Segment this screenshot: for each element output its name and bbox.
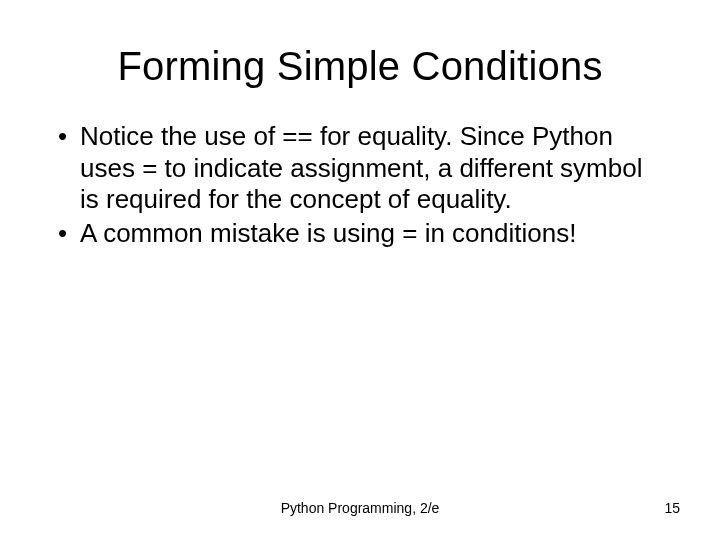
footer-text: Python Programming, 2/e — [0, 500, 720, 516]
bullet-item: Notice the use of == for equality. Since… — [54, 121, 666, 216]
page-number: 15 — [664, 500, 680, 516]
bullet-list: Notice the use of == for equality. Since… — [54, 121, 666, 250]
bullet-item: A common mistake is using = in condition… — [54, 218, 666, 250]
slide: Forming Simple Conditions Notice the use… — [0, 0, 720, 540]
slide-title: Forming Simple Conditions — [54, 44, 666, 89]
